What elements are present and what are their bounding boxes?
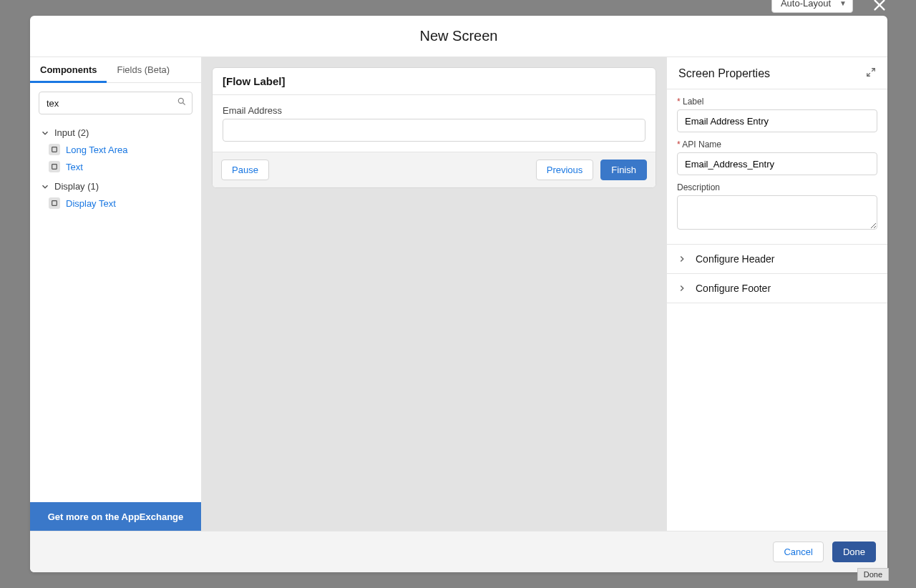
email-field[interactable] — [223, 119, 645, 142]
label-field-label: * Label — [677, 97, 877, 107]
accordion-label: Configure Footer — [696, 283, 771, 294]
category-display-header[interactable]: Display (1) — [36, 178, 195, 195]
svg-rect-6 — [52, 201, 57, 206]
configure-header-accordion[interactable]: Configure Header — [667, 245, 887, 273]
accordion-label: Configure Header — [696, 253, 775, 265]
component-label: Long Text Area — [66, 144, 128, 155]
modal-footer: Cancel Done — [30, 531, 887, 572]
appexchange-button[interactable]: Get more on the AppExchange — [30, 502, 201, 531]
svg-line-3 — [182, 102, 185, 104]
auto-layout-label: Auto-Layout — [781, 0, 831, 9]
configure-footer-accordion[interactable]: Configure Footer — [667, 274, 887, 303]
component-text[interactable]: Text — [43, 158, 195, 175]
description-field-label: Description — [677, 182, 877, 192]
cancel-button[interactable]: Cancel — [773, 542, 823, 562]
components-sidebar: Components Fields (Beta) In — [30, 57, 202, 531]
auto-layout-dropdown[interactable]: Auto-Layout ▼ — [771, 0, 853, 13]
screen-card: [Flow Label] Email Address Pause Previou… — [212, 67, 656, 188]
component-label: Display Text — [66, 198, 116, 209]
category-label: Input (2) — [54, 127, 89, 138]
label-field[interactable] — [677, 109, 877, 132]
email-label: Email Address — [223, 105, 645, 116]
api-name-field-label: * API Name — [677, 139, 877, 150]
chevron-right-icon — [677, 283, 687, 293]
chevron-down-icon: ▼ — [839, 0, 847, 7]
svg-point-2 — [178, 98, 183, 103]
properties-title: Screen Properties — [678, 67, 770, 80]
api-name-field[interactable] — [677, 152, 877, 175]
component-display-text[interactable]: Display Text — [43, 195, 195, 212]
sidebar-tabs: Components Fields (Beta) — [30, 57, 201, 83]
tab-components[interactable]: Components — [30, 57, 107, 82]
search-icon[interactable] — [177, 97, 187, 109]
text-icon — [49, 161, 60, 172]
modal-title: New Screen — [30, 16, 887, 57]
pause-button[interactable]: Pause — [221, 160, 269, 180]
display-text-icon — [49, 197, 60, 209]
chevron-right-icon — [677, 254, 687, 264]
category-input-header[interactable]: Input (2) — [36, 124, 195, 141]
tab-fields-beta[interactable]: Fields (Beta) — [107, 57, 180, 82]
previous-button[interactable]: Previous — [536, 160, 594, 180]
text-area-icon — [49, 144, 60, 155]
new-screen-modal: New Screen Components Fields (Beta) — [30, 16, 887, 572]
done-button[interactable]: Done — [832, 542, 876, 562]
close-icon[interactable] — [870, 0, 889, 14]
chevron-down-icon — [40, 128, 50, 138]
component-label: Text — [66, 162, 83, 172]
screen-card-title: [Flow Label] — [213, 68, 656, 95]
category-display: Display (1) Display Text — [36, 178, 195, 212]
done-tooltip: Done — [857, 568, 889, 581]
description-field[interactable] — [677, 195, 877, 230]
screen-properties-panel: Screen Properties * Label * API Name — [667, 57, 887, 531]
chevron-down-icon — [40, 182, 50, 192]
component-list: Input (2) Long Text Area Text — [30, 119, 201, 502]
category-label: Display (1) — [54, 181, 99, 192]
svg-rect-5 — [52, 165, 57, 170]
component-long-text-area[interactable]: Long Text Area — [43, 141, 195, 158]
expand-icon[interactable] — [866, 67, 876, 80]
search-input[interactable] — [39, 92, 193, 114]
screen-canvas[interactable]: [Flow Label] Email Address Pause Previou… — [202, 57, 667, 531]
category-input: Input (2) Long Text Area Text — [36, 124, 195, 175]
finish-button[interactable]: Finish — [600, 160, 647, 180]
svg-rect-4 — [52, 147, 57, 152]
